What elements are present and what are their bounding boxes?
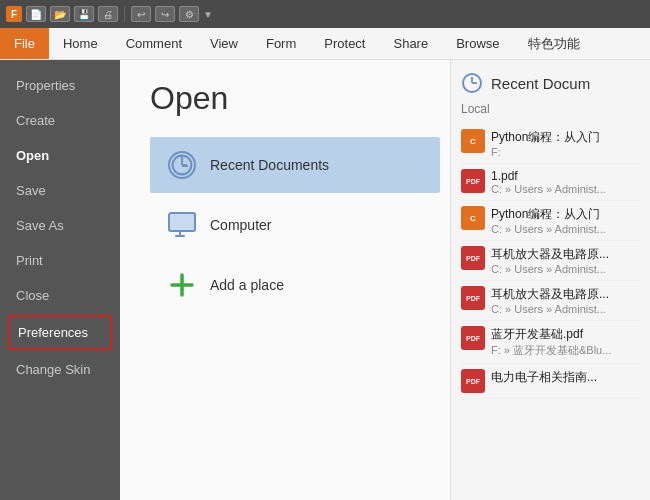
sidebar-item-preferences[interactable]: Preferences bbox=[8, 315, 112, 350]
separator bbox=[124, 6, 125, 22]
doc-icon: C bbox=[461, 206, 485, 230]
recent-item-name: Python编程：从入门 bbox=[491, 129, 640, 146]
doc-icon: C bbox=[461, 129, 485, 153]
recent-item-text: 耳机放大器及电路原... C: » Users » Administ... bbox=[491, 286, 640, 315]
recent-item-path: F: bbox=[491, 146, 640, 158]
menu-view[interactable]: View bbox=[196, 28, 252, 59]
recent-panel-title: Recent Docum bbox=[491, 75, 590, 92]
menu-special[interactable]: 特色功能 bbox=[514, 28, 594, 59]
menu-home[interactable]: Home bbox=[49, 28, 112, 59]
recent-item-path: C: » Users » Administ... bbox=[491, 223, 640, 235]
recent-item-text: Python编程：从入门 C: » Users » Administ... bbox=[491, 206, 640, 235]
recent-item-name: Python编程：从入门 bbox=[491, 206, 640, 223]
clock-icon bbox=[168, 151, 196, 179]
sidebar-item-properties[interactable]: Properties bbox=[0, 68, 120, 103]
recent-clock-icon bbox=[461, 72, 483, 94]
sidebar-item-print[interactable]: Print bbox=[0, 243, 120, 278]
menu-form[interactable]: Form bbox=[252, 28, 310, 59]
recent-item-text: 电力电子相关指南... bbox=[491, 369, 640, 386]
sidebar-item-save-as[interactable]: Save As bbox=[0, 208, 120, 243]
recent-local-label: Local bbox=[461, 102, 640, 116]
svg-rect-5 bbox=[175, 235, 185, 237]
option-computer[interactable]: Computer bbox=[150, 197, 440, 253]
list-item[interactable]: PDF 蓝牙开发基础.pdf F: » 蓝牙开发基础&Blu... bbox=[461, 321, 640, 364]
recent-item-text: 1.pdf C: » Users » Administ... bbox=[491, 169, 640, 195]
tools-btn[interactable]: ⚙ bbox=[179, 6, 199, 22]
recent-item-name: 蓝牙开发基础.pdf bbox=[491, 326, 640, 343]
content-area: Open Recent Documents bbox=[120, 60, 450, 500]
list-item[interactable]: PDF 1.pdf C: » Users » Administ... bbox=[461, 164, 640, 201]
option-computer-label: Computer bbox=[210, 217, 271, 233]
recent-item-text: Python编程：从入门 F: bbox=[491, 129, 640, 158]
option-add-place-label: Add a place bbox=[210, 277, 284, 293]
recent-header: Recent Docum bbox=[461, 72, 640, 94]
sidebar: Properties Create Open Save Save As Prin… bbox=[0, 60, 120, 500]
list-item[interactable]: C Python编程：从入门 F: bbox=[461, 124, 640, 164]
option-recent-docs[interactable]: Recent Documents bbox=[150, 137, 440, 193]
recent-item-path: C: » Users » Administ... bbox=[491, 263, 640, 275]
save-btn[interactable]: 💾 bbox=[74, 6, 94, 22]
list-item[interactable]: C Python编程：从入门 C: » Users » Administ... bbox=[461, 201, 640, 241]
menu-bar: File Home Comment View Form Protect Shar… bbox=[0, 28, 650, 60]
doc-icon: PDF bbox=[461, 326, 485, 350]
doc-icon: PDF bbox=[461, 369, 485, 393]
redo-btn[interactable]: ↪ bbox=[155, 6, 175, 22]
recent-item-path: C: » Users » Administ... bbox=[491, 303, 640, 315]
list-item[interactable]: PDF 耳机放大器及电路原... C: » Users » Administ..… bbox=[461, 241, 640, 281]
menu-browse[interactable]: Browse bbox=[442, 28, 513, 59]
open-options-list: Recent Documents Computer bbox=[150, 137, 440, 313]
doc-icon: PDF bbox=[461, 286, 485, 310]
app-icon: F bbox=[6, 6, 22, 22]
menu-file[interactable]: File bbox=[0, 28, 49, 59]
sidebar-item-create[interactable]: Create bbox=[0, 103, 120, 138]
sidebar-item-save[interactable]: Save bbox=[0, 173, 120, 208]
recent-item-path: F: » 蓝牙开发基础&Blu... bbox=[491, 343, 640, 358]
list-item[interactable]: PDF 电力电子相关指南... bbox=[461, 364, 640, 399]
doc-icon: PDF bbox=[461, 169, 485, 193]
svg-rect-4 bbox=[179, 231, 181, 235]
title-bar: F 📄 📂 💾 🖨 ↩ ↪ ⚙ ▼ bbox=[0, 0, 650, 28]
menu-share[interactable]: Share bbox=[379, 28, 442, 59]
sidebar-item-close[interactable]: Close bbox=[0, 278, 120, 313]
undo-btn[interactable]: ↩ bbox=[131, 6, 151, 22]
recent-item-path: C: » Users » Administ... bbox=[491, 183, 640, 195]
recent-item-name: 1.pdf bbox=[491, 169, 640, 183]
recent-item-text: 耳机放大器及电路原... C: » Users » Administ... bbox=[491, 246, 640, 275]
recent-item-name: 电力电子相关指南... bbox=[491, 369, 640, 386]
doc-icon: PDF bbox=[461, 246, 485, 270]
list-item[interactable]: PDF 耳机放大器及电路原... C: » Users » Administ..… bbox=[461, 281, 640, 321]
recent-item-name: 耳机放大器及电路原... bbox=[491, 286, 640, 303]
right-panel: Recent Docum Local C Python编程：从入门 F: PDF… bbox=[450, 60, 650, 500]
recent-item-name: 耳机放大器及电路原... bbox=[491, 246, 640, 263]
menu-comment[interactable]: Comment bbox=[112, 28, 196, 59]
computer-icon-wrap bbox=[166, 209, 198, 241]
svg-rect-3 bbox=[169, 213, 195, 231]
option-recent-docs-label: Recent Documents bbox=[210, 157, 329, 173]
sidebar-item-open[interactable]: Open bbox=[0, 138, 120, 173]
recent-item-text: 蓝牙开发基础.pdf F: » 蓝牙开发基础&Blu... bbox=[491, 326, 640, 358]
main-layout: Properties Create Open Save Save As Prin… bbox=[0, 60, 650, 500]
menu-protect[interactable]: Protect bbox=[310, 28, 379, 59]
page-title: Open bbox=[150, 80, 420, 117]
svg-point-0 bbox=[173, 156, 192, 175]
option-add-place[interactable]: Add a place bbox=[150, 257, 440, 313]
toolbar-expand[interactable]: ▼ bbox=[203, 9, 213, 20]
open-btn[interactable]: 📂 bbox=[50, 6, 70, 22]
plus-icon bbox=[168, 271, 196, 299]
clock-icon-wrap bbox=[166, 149, 198, 181]
add-place-icon-wrap bbox=[166, 269, 198, 301]
new-btn[interactable]: 📄 bbox=[26, 6, 46, 22]
print-btn[interactable]: 🖨 bbox=[98, 6, 118, 22]
sidebar-item-change-skin[interactable]: Change Skin bbox=[0, 352, 120, 387]
